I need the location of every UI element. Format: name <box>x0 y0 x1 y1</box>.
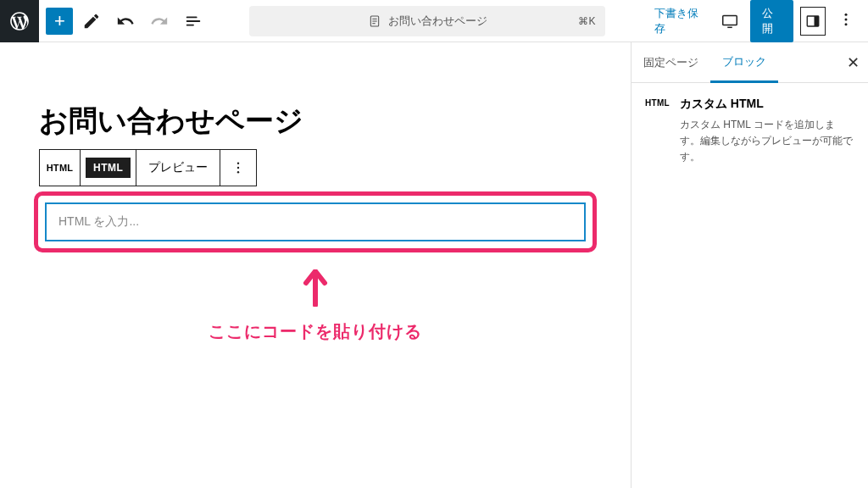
svg-point-10 <box>845 23 848 25</box>
close-sidebar-button[interactable]: ✕ <box>847 53 860 72</box>
svg-point-13 <box>237 171 239 173</box>
html-placeholder: HTML を入力... <box>58 214 139 230</box>
html-textarea[interactable]: HTML を入力... <box>45 202 586 241</box>
more-vertical-icon <box>837 11 854 28</box>
more-vertical-icon <box>231 160 246 175</box>
wordpress-logo[interactable] <box>0 0 39 42</box>
preview-device-button[interactable] <box>716 6 743 36</box>
list-icon <box>184 12 203 30</box>
svg-rect-7 <box>814 16 818 26</box>
svg-point-12 <box>237 167 239 169</box>
settings-sidebar-toggle[interactable] <box>800 7 826 36</box>
block-title: カスタム HTML <box>680 97 854 112</box>
block-more-button[interactable] <box>220 150 256 186</box>
annotation-text: ここにコードを貼り付ける <box>34 320 597 343</box>
block-description: カスタム HTML コードを追加します。編集しながらプレビューが可能です。 <box>680 117 854 166</box>
undo-button[interactable] <box>110 6 141 36</box>
pencil-icon <box>82 12 101 30</box>
tab-block[interactable]: ブロック <box>710 43 778 83</box>
tab-page[interactable]: 固定ページ <box>632 42 710 82</box>
wordpress-icon <box>8 10 31 32</box>
shortcut-label: ⌘K <box>578 15 595 27</box>
svg-point-8 <box>845 13 848 15</box>
redo-icon <box>150 12 169 30</box>
preview-mode-button[interactable]: プレビュー <box>136 150 220 186</box>
add-block-button[interactable]: + <box>46 8 73 35</box>
sidebar-icon <box>805 14 821 29</box>
block-type-button[interactable]: HTML <box>40 150 81 186</box>
page-title[interactable]: お問い合わせページ <box>39 102 597 141</box>
html-mode-button[interactable]: HTML <box>81 150 136 186</box>
edit-tool-button[interactable] <box>76 6 107 36</box>
redo-button[interactable] <box>144 6 175 36</box>
more-options-button[interactable] <box>832 11 860 31</box>
svg-point-9 <box>845 18 848 20</box>
svg-point-11 <box>237 163 239 164</box>
publish-button[interactable]: 公開 <box>750 0 793 42</box>
document-overview-button[interactable] <box>178 6 209 36</box>
undo-icon <box>116 12 135 30</box>
svg-rect-4 <box>723 15 737 25</box>
annotation-arrow <box>34 269 597 310</box>
highlight-callout: HTML を入力... <box>34 191 597 252</box>
desktop-icon <box>721 12 739 30</box>
document-title-text: お問い合わせページ <box>388 14 487 29</box>
block-toolbar: HTML HTML プレビュー <box>39 149 257 186</box>
save-draft-button[interactable]: 下書き保存 <box>648 1 709 42</box>
page-icon <box>368 14 381 28</box>
html-block-icon: HTML <box>645 97 670 108</box>
document-title-bar[interactable]: お問い合わせページ ⌘K <box>249 6 605 36</box>
